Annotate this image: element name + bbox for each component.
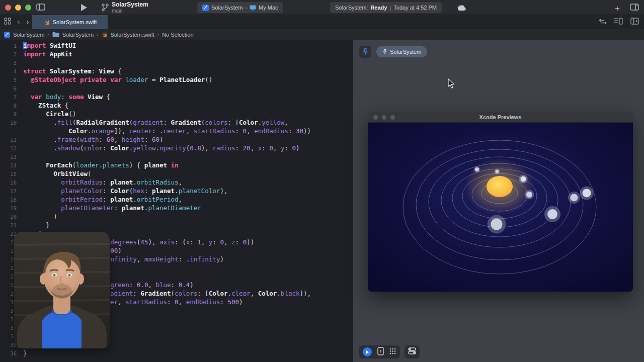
tab-label: SolarSystem.swift bbox=[53, 19, 97, 25]
code-text: struct SolarSystem: View { bbox=[23, 67, 122, 75]
branch-icon bbox=[102, 3, 109, 12]
code-row[interactable]: 6 bbox=[0, 84, 353, 93]
pin-icon bbox=[362, 48, 368, 55]
source-editor[interactable]: 1import SwiftUI2import AppKit34struct So… bbox=[0, 40, 353, 362]
back-chevron-icon[interactable]: ‹ bbox=[17, 19, 20, 26]
branch-name: main bbox=[112, 8, 148, 14]
sun bbox=[487, 176, 513, 197]
code-row[interactable]: 8 ZStack { bbox=[0, 101, 353, 110]
code-row[interactable]: 2import AppKit bbox=[0, 50, 353, 58]
tab-bar: ‹ › SolarSystem.swift bbox=[0, 15, 644, 29]
breadcrumb-group[interactable]: SolarSystem bbox=[62, 32, 94, 38]
forward-chevron-icon[interactable]: › bbox=[26, 19, 29, 26]
tab-overview-icon[interactable] bbox=[4, 18, 11, 27]
code-text: } bbox=[23, 221, 50, 229]
code-row[interactable]: 17 planetColor: Color(hex: planet.planet… bbox=[0, 187, 353, 195]
minimize-button[interactable] bbox=[382, 115, 386, 120]
zoom-button[interactable] bbox=[390, 115, 395, 120]
code-row[interactable]: 9 Circle() bbox=[0, 110, 353, 118]
code-row[interactable]: 3 bbox=[0, 58, 353, 67]
pin-icon bbox=[382, 49, 387, 55]
code-review-icon[interactable] bbox=[599, 18, 607, 27]
code-text: orbitRadius: planet.orbitRadius, bbox=[23, 178, 182, 187]
breadcrumb-project[interactable]: SolarSystem bbox=[13, 32, 44, 38]
close-button[interactable] bbox=[373, 115, 378, 120]
device-preview-icon[interactable] bbox=[377, 347, 384, 357]
webcam-overlay bbox=[14, 232, 110, 348]
line-number: 14 bbox=[0, 162, 17, 168]
add-editor-icon[interactable] bbox=[630, 18, 639, 27]
code-row[interactable]: 12 .shadow(color: Color.yellow.opacity(0… bbox=[0, 144, 353, 152]
line-number: 6 bbox=[0, 85, 17, 92]
preview-toolbar bbox=[359, 345, 420, 358]
preview-pin-tag[interactable]: SolarSystem bbox=[376, 46, 427, 57]
code-row[interactable]: 5 @StateObject private var loader = Plan… bbox=[0, 75, 353, 84]
live-preview-icon[interactable] bbox=[363, 347, 372, 356]
line-number: 21 bbox=[0, 222, 17, 228]
editor-layout-icon[interactable] bbox=[630, 3, 639, 13]
code-row[interactable]: 14 ForEach(loader.planets) { planet in bbox=[0, 161, 353, 169]
planet bbox=[571, 194, 578, 202]
swift-file-icon bbox=[43, 19, 50, 26]
solar-system-preview bbox=[368, 123, 633, 292]
add-tab-button[interactable]: + bbox=[615, 4, 620, 13]
app-icon bbox=[4, 32, 10, 38]
code-row[interactable]: Color.orange]), center: .center, startRa… bbox=[0, 127, 353, 135]
code-text: ) bbox=[23, 212, 57, 221]
code-row[interactable]: 21 } bbox=[0, 221, 353, 229]
code-row[interactable]: 4struct SolarSystem: View { bbox=[0, 67, 353, 75]
editor-options-icon[interactable] bbox=[614, 18, 623, 27]
scheme-project[interactable]: SolarSystem main bbox=[102, 2, 148, 14]
code-row[interactable]: 11 .frame(width: 60, height: 60) bbox=[0, 135, 353, 144]
zoom-button[interactable] bbox=[25, 5, 31, 11]
code-text: ZStack { bbox=[23, 101, 68, 110]
run-destination: My Mac bbox=[259, 5, 278, 11]
line-number: 16 bbox=[0, 179, 17, 186]
variants-grid-icon[interactable] bbox=[389, 347, 396, 356]
line-number: 3 bbox=[0, 60, 17, 66]
code-text: .shadow(color: Color.yellow.opacity(0.8)… bbox=[23, 144, 300, 152]
planet bbox=[491, 219, 503, 230]
code-row[interactable]: 36} bbox=[0, 349, 353, 357]
code-text: import AppKit bbox=[23, 50, 72, 58]
line-number: 9 bbox=[0, 111, 17, 117]
code-row[interactable]: 18 orbitPeriod: planet.orbitPeriod, bbox=[0, 195, 353, 204]
planet bbox=[583, 189, 591, 198]
run-button[interactable] bbox=[80, 4, 88, 14]
line-number: 18 bbox=[0, 197, 17, 203]
code-row[interactable]: 7 var body: some View { bbox=[0, 93, 353, 101]
previews-window-titlebar[interactable]: Xcode Previews bbox=[368, 112, 633, 123]
scheme-name: SolarSystem bbox=[211, 5, 243, 11]
breadcrumb-separator: › bbox=[97, 32, 98, 37]
code-text: } bbox=[23, 349, 27, 357]
breadcrumb-separator: › bbox=[157, 32, 159, 37]
line-number: 8 bbox=[0, 103, 17, 109]
minimize-button[interactable] bbox=[15, 5, 21, 11]
scheme-selector[interactable]: SolarSystem › My Mac bbox=[197, 2, 283, 13]
code-row[interactable]: 10 .fill(RadialGradient(gradient: Gradie… bbox=[0, 118, 353, 127]
breadcrumb-file[interactable]: SolarSystem.swift bbox=[110, 32, 154, 38]
breadcrumb-selection[interactable]: No Selection bbox=[162, 32, 193, 38]
code-text: .fill(RadialGradient(gradient: Gradient(… bbox=[23, 118, 288, 127]
device-settings-icon[interactable] bbox=[408, 347, 416, 356]
pin-button[interactable] bbox=[359, 46, 371, 58]
tab-solarsystem-swift[interactable]: SolarSystem.swift bbox=[32, 15, 108, 29]
code-row[interactable]: 1import SwiftUI bbox=[0, 41, 353, 50]
code-row[interactable]: 13 bbox=[0, 152, 353, 161]
activity-status[interactable]: SolarSystem: Ready | Today at 4:52 PM bbox=[330, 2, 442, 13]
xcode-previews-window: Xcode Previews bbox=[368, 112, 633, 292]
app-icon bbox=[202, 5, 209, 11]
sidebar-toggle-icon[interactable] bbox=[36, 3, 45, 13]
code-row[interactable]: 15 OrbitView( bbox=[0, 169, 353, 178]
code-text: .frame(width: 60, height: 60) bbox=[23, 135, 164, 144]
status-project: SolarSystem: bbox=[335, 5, 368, 11]
close-button[interactable] bbox=[5, 5, 11, 11]
line-number: 20 bbox=[0, 214, 17, 220]
preview-pin-label: SolarSystem bbox=[390, 49, 421, 55]
code-row[interactable]: 19 planetDiameter: planet.planetDiameter bbox=[0, 204, 353, 212]
cloud-icon bbox=[457, 4, 467, 13]
code-row[interactable]: 16 orbitRadius: planet.orbitRadius, bbox=[0, 178, 353, 187]
line-number: 17 bbox=[0, 188, 17, 194]
code-row[interactable]: 20 ) bbox=[0, 212, 353, 221]
planet bbox=[496, 170, 499, 173]
